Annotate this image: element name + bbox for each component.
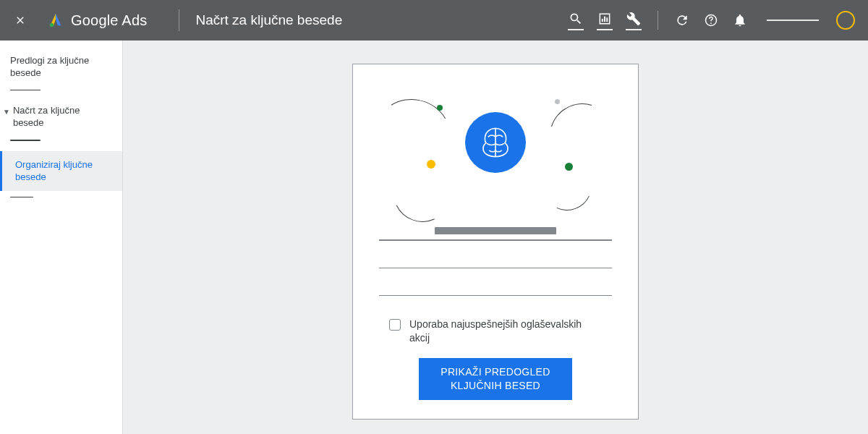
- search-button[interactable]: [568, 9, 584, 32]
- tools-icon: [626, 12, 641, 26]
- refresh-button[interactable]: [674, 12, 690, 28]
- sidebar-divider: [10, 197, 33, 198]
- page-title: Načrt za ključne besede: [195, 12, 342, 28]
- sidebar-item-suggestions[interactable]: Predlogi za ključne besede: [0, 51, 122, 84]
- help-button[interactable]: [703, 12, 719, 28]
- sidebar-item-plan[interactable]: ▼ Načrt za ključne besede: [0, 101, 122, 134]
- sidebar-divider: [10, 140, 41, 141]
- sidebar-divider: [10, 90, 41, 91]
- sidebar-item-organize[interactable]: Organiziraj ključne besede: [0, 151, 122, 191]
- notifications-button[interactable]: [732, 12, 748, 28]
- reports-icon: [597, 12, 612, 26]
- refresh-icon: [675, 13, 689, 27]
- help-icon: [704, 13, 718, 27]
- chevron-down-icon: ▼: [3, 107, 10, 116]
- card-illustration: [379, 83, 612, 202]
- checkbox-row: Uporaba najuspešnejših oglaševalskih akc…: [379, 318, 612, 345]
- sidebar: Predlogi za ključne besede ▼ Načrt za kl…: [0, 41, 123, 434]
- ads-logo-icon: [48, 12, 64, 28]
- reports-button[interactable]: [597, 9, 613, 32]
- close-button[interactable]: [13, 13, 27, 27]
- svg-rect-3: [606, 17, 608, 22]
- tools-button[interactable]: [626, 9, 642, 32]
- text-input[interactable]: [379, 277, 612, 296]
- header-icon-tray: [568, 9, 855, 32]
- brain-icon: [465, 112, 526, 173]
- organize-card: Uporaba najuspešnejših oglaševalskih akc…: [352, 64, 639, 420]
- preview-keywords-button[interactable]: PRIKAŽI PREDOGLED KLJUČNIH BESED: [419, 358, 572, 400]
- use-best-campaigns-checkbox[interactable]: [389, 319, 401, 331]
- checkbox-label: Uporaba najuspešnejših oglaševalskih akc…: [409, 318, 602, 345]
- product-logo: Google Ads: [48, 12, 147, 29]
- notifications-icon: [733, 13, 747, 27]
- sidebar-item-label: Načrt za ključne besede: [13, 105, 112, 129]
- header-separator: [179, 9, 179, 31]
- input-stack: [379, 222, 612, 296]
- svg-point-0: [50, 23, 54, 27]
- search-icon: [569, 12, 583, 26]
- text-input[interactable]: [379, 250, 612, 268]
- text-input-primary[interactable]: [379, 222, 612, 241]
- main-content: Uporaba najuspešnejših oglaševalskih akc…: [123, 41, 868, 434]
- account-selector[interactable]: [767, 20, 819, 21]
- brand-name: Google Ads: [71, 12, 147, 29]
- svg-rect-1: [602, 19, 603, 22]
- app-header: Google Ads Načrt za ključne besede: [0, 0, 868, 41]
- close-icon: [14, 14, 26, 26]
- account-avatar[interactable]: [836, 11, 855, 30]
- placeholder-bar: [435, 227, 556, 234]
- svg-rect-2: [604, 17, 605, 22]
